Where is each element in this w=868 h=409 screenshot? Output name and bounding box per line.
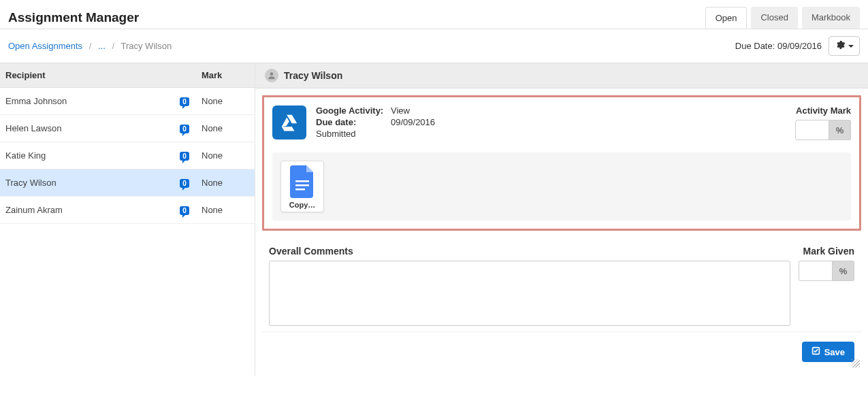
recipient-mark: None [202,123,249,133]
svg-point-0 [270,72,274,76]
comment-count-badge[interactable]: 0 [180,179,189,188]
comment-count-badge[interactable]: 0 [180,97,189,106]
due-date-text: Due Date: 09/09/2016 [735,41,822,51]
caret-down-icon [848,45,854,48]
avatar-icon [265,69,278,82]
google-drive-icon [272,105,306,140]
recipient-row[interactable]: Tracy Wilson0None [0,169,255,197]
recipient-row[interactable]: Emma Johnson0None [0,88,255,115]
file-attachment[interactable]: Copy… [280,161,324,212]
activity-mark-label: Activity Mark [795,105,851,116]
recipient-name: Zainum Akram [5,205,167,215]
mark-given-input[interactable] [799,261,833,281]
col-mark: Mark [202,70,249,80]
recipient-mark: None [202,150,249,161]
activity-mark-input[interactable] [795,120,829,140]
recipient-row[interactable]: Helen Lawson0None [0,115,255,142]
activity-value[interactable]: View [391,105,410,116]
tab-markbook[interactable]: Markbook [802,7,860,29]
breadcrumb-root[interactable]: Open Assignments [8,41,82,51]
svg-rect-2 [295,184,309,186]
comment-count-badge[interactable]: 0 [180,206,189,215]
comment-count-badge[interactable]: 0 [180,125,189,133]
percent-addon: % [829,120,851,140]
comment-count-badge[interactable]: 0 [180,152,189,161]
recipient-row[interactable]: Katie King0None [0,142,255,169]
recipient-name: Helen Lawson [5,123,167,133]
recipient-list: Recipient Mark Emma Johnson0NoneHelen La… [0,63,255,376]
due-label: Due date: [316,117,391,127]
page-title: Assignment Manager [8,10,139,25]
recipient-name: Emma Johnson [5,96,167,106]
overall-comments-label: Overall Comments [269,246,353,257]
save-button[interactable]: Save [802,342,854,362]
recipient-row[interactable]: Zainum Akram0None [0,197,255,224]
save-check-icon [811,346,820,357]
submitted-label: Submitted [316,129,356,139]
resize-grip-icon[interactable] [852,359,860,367]
svg-rect-3 [295,189,305,191]
google-doc-icon [289,165,316,198]
tab-open[interactable]: Open [705,7,748,29]
view-tabs: Open Closed Markbook [705,7,860,29]
breadcrumb: Open Assignments / ... / Tracy Wilson [8,41,172,51]
recipient-mark: None [202,96,249,106]
percent-addon-given: % [833,261,854,281]
activity-label: Google Activity: [316,105,391,116]
activity-highlight: Google Activity:View Due date:09/09/2016… [262,95,861,231]
overall-comments-input[interactable] [269,261,790,326]
col-recipient: Recipient [5,70,167,80]
svg-rect-1 [295,180,309,182]
tab-closed[interactable]: Closed [751,7,797,29]
breadcrumb-current: Tracy Wilson [120,41,172,51]
due-value: 09/09/2016 [391,117,435,127]
settings-button[interactable] [829,36,860,56]
gear-icon [835,39,846,52]
student-name: Tracy Wilson [284,70,342,81]
breadcrumb-mid[interactable]: ... [98,41,106,51]
recipient-name: Katie King [5,150,167,161]
recipient-mark: None [202,205,249,215]
recipient-mark: None [202,178,249,188]
file-name: Copy… [284,201,321,209]
mark-given-label: Mark Given [803,246,854,257]
recipient-name: Tracy Wilson [5,178,167,188]
